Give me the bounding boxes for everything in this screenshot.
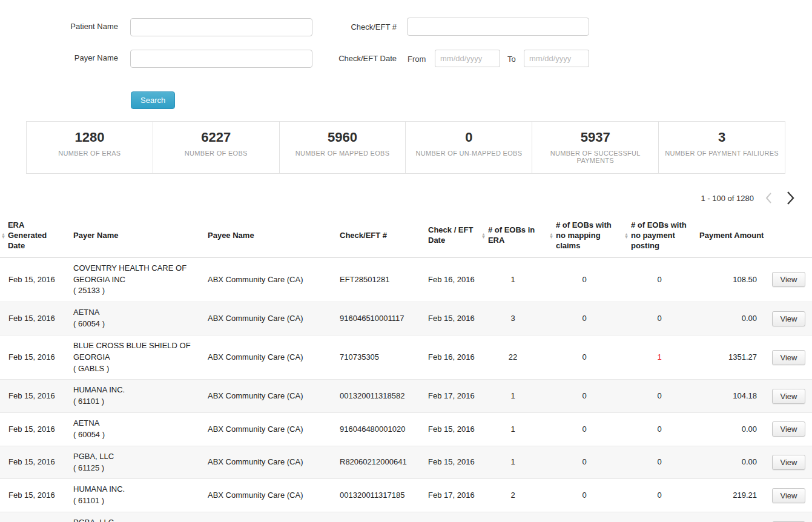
cell-era-generated-date: Feb 15, 2016 bbox=[0, 257, 64, 302]
patient-name-input[interactable] bbox=[130, 18, 312, 36]
cell-payment-amount: 219.21 bbox=[697, 479, 770, 512]
stat-value: 5937 bbox=[536, 130, 655, 145]
from-label: From bbox=[408, 55, 426, 64]
cell-check-eft-number: 916046480001020 bbox=[330, 413, 418, 446]
column-header bbox=[770, 214, 812, 257]
column-header[interactable]: ▲▼# of EOBs in ERA bbox=[479, 214, 547, 257]
column-header-label: # of EOBs with no payment posting bbox=[631, 220, 695, 251]
sort-icon[interactable]: ▲▼ bbox=[1, 233, 5, 239]
cell-payee-name: ABX Community Care (CA) bbox=[198, 446, 330, 479]
column-header[interactable]: ▲▼ERA Generated Date bbox=[0, 214, 64, 257]
column-header-label: # of EOBs with no mapping claims bbox=[556, 220, 619, 251]
cell-payment-amount: 0.00 bbox=[697, 302, 770, 335]
cell-era-generated-date: Feb 15, 2016 bbox=[0, 479, 64, 512]
cell-payee-name: ABX Community Care (CA) bbox=[198, 413, 330, 446]
stat-label: NUMBER OF UN-MAPPED EOBS bbox=[409, 150, 528, 157]
stat-label: NUMBER OF MAPPED EOBS bbox=[283, 150, 402, 157]
stat-label: NUMBER OF ERAS bbox=[30, 150, 149, 157]
sort-icon[interactable]: ▲▼ bbox=[549, 233, 553, 239]
payer-code: ( GABLS ) bbox=[73, 363, 196, 375]
view-button[interactable]: View bbox=[772, 272, 806, 287]
payer-code: ( 60054 ) bbox=[73, 319, 196, 330]
cell-eobs-in-era: 1 bbox=[479, 413, 547, 446]
cell-payee-name: ABX Community Care (CA) bbox=[198, 257, 330, 302]
cell-payer-name: COVENTRY HEALTH CARE OF GEORGIA INC( 251… bbox=[64, 257, 198, 302]
column-header[interactable]: ▲▼# of EOBs with no payment posting bbox=[622, 214, 697, 257]
date-from-input[interactable] bbox=[435, 50, 500, 67]
view-button[interactable]: View bbox=[772, 311, 806, 326]
column-header: Payment Amount bbox=[697, 214, 770, 257]
column-header: Check / EFT Date bbox=[418, 214, 479, 257]
cell-payment-amount: 108.50 bbox=[697, 257, 770, 302]
column-header-label: Payee Name bbox=[208, 231, 254, 241]
stat-cell: 5960 NUMBER OF MAPPED EOBS bbox=[280, 122, 406, 173]
view-button[interactable]: View bbox=[772, 488, 806, 503]
column-header: Check/EFT # bbox=[330, 214, 418, 257]
cell-check-eft-number: R82060212000641 bbox=[330, 446, 418, 479]
sort-icon[interactable]: ▲▼ bbox=[481, 233, 486, 239]
column-header-label: ERA Generated Date bbox=[8, 220, 61, 251]
payer-name-label: Payer Name bbox=[36, 53, 118, 62]
view-button[interactable]: View bbox=[772, 421, 806, 437]
cell-check-eft-number: 916046510001117 bbox=[330, 302, 418, 335]
date-to-input[interactable] bbox=[524, 50, 589, 67]
view-button[interactable]: View bbox=[772, 455, 806, 470]
view-button[interactable]: View bbox=[772, 350, 806, 365]
cell-check-eft-date: Feb 16, 2016 bbox=[418, 335, 479, 380]
pagination: 1 - 100 of 1280 bbox=[0, 190, 796, 206]
stat-label: NUMBER OF PAYMENT FAILIURES bbox=[662, 150, 781, 157]
cell-payment-amount: 1351.27 bbox=[697, 335, 770, 380]
cell-payer-name: AETNA( 60054 ) bbox=[64, 302, 198, 335]
stat-value: 1280 bbox=[30, 130, 149, 145]
chevron-left-icon[interactable] bbox=[764, 191, 774, 205]
cell-era-generated-date: Feb 15, 2016 bbox=[0, 413, 64, 446]
column-header-label: # of EOBs in ERA bbox=[488, 225, 544, 246]
table-row: Feb 15, 2016 AETNA( 60054 ) ABX Communit… bbox=[0, 413, 812, 446]
cell-payer-name: BLUE CROSS BLUE SHIELD OF GEORGIA( GABLS… bbox=[64, 335, 198, 380]
cell-payment-amount: 0.00 bbox=[697, 512, 770, 522]
payer-code: ( 60054 ) bbox=[73, 429, 196, 441]
stats-bar: 1280 NUMBER OF ERAS 6227 NUMBER OF EOBS … bbox=[26, 121, 785, 174]
stat-cell: 1280 NUMBER OF ERAS bbox=[27, 122, 153, 173]
table-row: Feb 15, 2016 PGBA, LLC( 61125 ) ABX Comm… bbox=[0, 512, 812, 522]
cell-check-eft-number: 001320011318582 bbox=[330, 380, 418, 413]
cell-payment-amount: 104.18 bbox=[697, 380, 770, 413]
payer-name-input[interactable] bbox=[130, 50, 312, 68]
stat-label: NUMBER OF EOBS bbox=[157, 150, 276, 157]
patient-name-label: Patient Name bbox=[36, 22, 118, 31]
cell-eobs-no-posting: 0 bbox=[622, 479, 697, 512]
cell-eobs-in-era: 2 bbox=[479, 479, 547, 512]
cell-era-generated-date: Feb 15, 2016 bbox=[0, 302, 64, 335]
view-button[interactable]: View bbox=[772, 389, 806, 404]
check-eft-number-input[interactable] bbox=[407, 18, 589, 36]
cell-payee-name: ABX Community Care (CA) bbox=[198, 380, 330, 413]
cell-check-eft-date: Feb 17, 2016 bbox=[418, 479, 479, 512]
chevron-right-icon[interactable] bbox=[784, 190, 796, 206]
era-table: ▲▼ERA Generated Date Payer Name Payee Na… bbox=[0, 214, 812, 522]
stat-label: NUMBER OF SUCCESSFUL PAYMENTS bbox=[536, 150, 655, 164]
column-header-label: Check/EFT # bbox=[340, 231, 387, 241]
search-button[interactable]: Search bbox=[131, 91, 175, 109]
sort-icon[interactable]: ▲▼ bbox=[624, 233, 629, 239]
cell-check-eft-number: R82060212005625 bbox=[330, 512, 418, 522]
column-header[interactable]: ▲▼# of EOBs with no mapping claims bbox=[547, 214, 622, 257]
cell-payee-name: ABX Community Care (CA) bbox=[198, 335, 330, 380]
cell-check-eft-date: Feb 15, 2016 bbox=[418, 302, 479, 335]
cell-payment-amount: 0.00 bbox=[697, 413, 770, 446]
cell-check-eft-date: Feb 16, 2016 bbox=[418, 257, 479, 302]
cell-eobs-no-mapping: 0 bbox=[547, 479, 622, 512]
check-eft-number-label: Check/EFT # bbox=[315, 22, 397, 31]
check-eft-date-label: Check/EFT Date bbox=[303, 54, 397, 63]
stat-value: 5960 bbox=[283, 130, 402, 145]
cell-eobs-no-mapping: 0 bbox=[547, 302, 622, 335]
table-header-row: ▲▼ERA Generated Date Payer Name Payee Na… bbox=[0, 214, 812, 257]
cell-check-eft-number: 001320011317185 bbox=[330, 479, 418, 512]
stat-cell: 0 NUMBER OF UN-MAPPED EOBS bbox=[406, 122, 532, 173]
cell-eobs-no-mapping: 0 bbox=[547, 446, 622, 479]
stat-value: 6227 bbox=[157, 130, 276, 145]
cell-payee-name: ABX Community Care (CA) bbox=[198, 479, 330, 512]
cell-payee-name: ABX Community Care (CA) bbox=[198, 512, 330, 522]
cell-eobs-no-posting: 0 bbox=[622, 257, 697, 302]
stat-cell: 5937 NUMBER OF SUCCESSFUL PAYMENTS bbox=[532, 122, 659, 173]
column-header: Payer Name bbox=[64, 214, 198, 257]
